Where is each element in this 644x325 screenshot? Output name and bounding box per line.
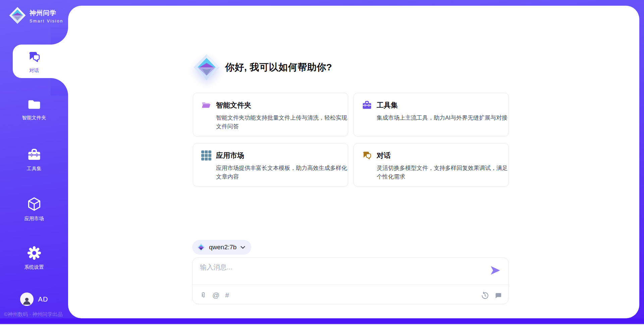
composer-divider — [193, 284, 508, 285]
model-selector[interactable]: qwen2:7b — [192, 240, 251, 255]
sidebar-item-label: 工具集 — [0, 166, 68, 172]
feature-card-smart-folder[interactable]: 智能文件夹 智能文件夹功能支持批量文件上传与清洗，轻松实现文件问答 — [193, 93, 348, 136]
history-icon — [481, 291, 489, 300]
attach-file-button[interactable] — [200, 291, 207, 299]
chevron-down-icon — [240, 246, 245, 249]
card-head: 应用市场 — [201, 150, 345, 160]
model-name: qwen2:7b — [209, 244, 236, 251]
card-title: 工具集 — [377, 101, 398, 110]
brand-text: 神州问学 Smart Vision — [30, 7, 63, 23]
at-icon: @ — [212, 291, 219, 299]
chat-bubbles-icon — [28, 50, 41, 64]
card-title: 智能文件夹 — [216, 101, 251, 110]
person-icon — [22, 296, 32, 306]
avatar — [20, 292, 34, 306]
chat-bubble-icon — [494, 292, 502, 299]
folder-open-icon — [201, 100, 211, 110]
history-button[interactable] — [481, 291, 489, 300]
chat-bubbles-icon — [362, 150, 372, 160]
user-profile[interactable]: AD — [0, 292, 68, 306]
model-diamond-icon — [197, 243, 206, 252]
feature-card-toolset[interactable]: 工具集 集成市场上主流工具，助力AI与外界无缝扩展与对接 — [354, 93, 509, 136]
sidebar-item-smart-folder[interactable]: 智能文件夹 — [0, 98, 68, 121]
greeting-heading: 你好, 我可以如何帮助你? — [225, 61, 332, 74]
gear-icon — [27, 246, 42, 260]
sidebar-item-toolset[interactable]: 工具集 — [0, 148, 68, 172]
message-composer: @ # — [192, 257, 509, 304]
toolbox-icon — [27, 148, 41, 162]
card-description: 智能文件夹功能支持批量文件上传与清洗，轻松实现文件问答 — [216, 114, 349, 131]
card-head: 工具集 — [362, 100, 506, 110]
feature-cards-grid: 智能文件夹 智能文件夹功能支持批量文件上传与清洗，轻松实现文件问答 工具集 集成… — [193, 93, 509, 187]
sidebar: 神州问学 Smart Vision 对话 智能文件夹 工具集 — [0, 0, 68, 318]
cube-icon — [27, 196, 42, 212]
chat-bubble-button[interactable] — [494, 292, 502, 299]
sidebar-item-label: 对话 — [0, 67, 68, 74]
greeting-block: 你好, 我可以如何帮助你? — [193, 54, 332, 81]
user-name: AD — [38, 296, 48, 303]
sidebar-footer-credit: ©神州数码 · 神州问学出品 — [4, 311, 62, 318]
composer-tools-left: @ # — [200, 290, 229, 301]
hash-icon: # — [225, 291, 229, 299]
brand-diamond-icon — [9, 7, 26, 24]
card-title: 应用市场 — [216, 151, 244, 160]
folder-icon — [27, 98, 41, 111]
composer-tools-right — [481, 290, 502, 301]
send-icon — [490, 266, 501, 275]
sidebar-item-settings[interactable]: 系统设置 — [0, 246, 68, 270]
message-input[interactable] — [200, 263, 448, 282]
sidebar-item-label: 智能文件夹 — [0, 115, 68, 121]
sidebar-item-label: 系统设置 — [0, 264, 68, 270]
card-description: 集成市场上主流工具，助力AI与外界无缝扩展与对接 — [377, 114, 509, 122]
brand-name: 神州问学 — [30, 9, 63, 17]
card-title: 对话 — [377, 151, 391, 160]
card-head: 对话 — [362, 150, 506, 160]
bottom-accent-band — [0, 318, 644, 324]
mention-button[interactable]: @ — [212, 291, 219, 299]
topic-button[interactable]: # — [225, 291, 229, 299]
send-button[interactable] — [490, 266, 501, 276]
toolbox-icon — [362, 100, 372, 110]
feature-card-chat[interactable]: 对话 灵活切换多模型文件，支持多样回复效果调试，满足个性化需求 — [354, 143, 509, 187]
card-description: 灵活切换多模型文件，支持多样回复效果调试，满足个性化需求 — [377, 164, 509, 182]
brand-subtitle: Smart Vision — [30, 19, 63, 23]
feature-card-app-market[interactable]: 应用市场 应用市场提供丰富长文本模板，助力高效生成多样化文章内容 — [193, 143, 348, 187]
sidebar-item-app-market[interactable]: 应用市场 — [0, 196, 68, 222]
brand-logo-block: 神州问学 Smart Vision — [9, 7, 63, 24]
paperclip-icon — [200, 291, 207, 299]
card-head: 智能文件夹 — [201, 100, 345, 110]
card-description: 应用市场提供丰富长文本模板，助力高效生成多样化文章内容 — [216, 164, 349, 182]
sidebar-item-label: 应用市场 — [0, 215, 68, 222]
brand-diamond-logo-large — [193, 54, 220, 81]
grid-icon — [201, 150, 211, 160]
sidebar-item-chat[interactable]: 对话 — [0, 50, 68, 74]
